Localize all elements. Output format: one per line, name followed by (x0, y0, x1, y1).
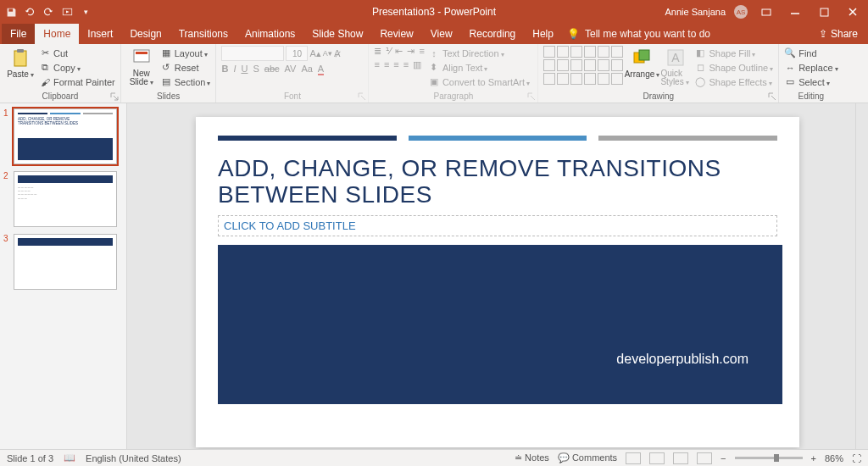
layout-button[interactable]: ▦Layout (160, 46, 211, 60)
columns-button[interactable]: ▥ (413, 59, 421, 70)
increase-indent-button[interactable]: ⇥ (407, 46, 415, 57)
tab-insert[interactable]: Insert (79, 24, 121, 44)
align-text-button[interactable]: ⬍Align Text (428, 60, 530, 75)
svg-rect-8 (136, 52, 147, 54)
clear-formatting-icon[interactable]: A̷ (334, 48, 341, 59)
subtitle-placeholder[interactable]: CLICK TO ADD SUBTITLE (218, 215, 777, 236)
numbering-button[interactable]: ⅟ (386, 46, 391, 57)
dialog-launcher-icon[interactable] (768, 92, 776, 101)
shadow-button[interactable]: S (253, 64, 259, 75)
ribbon-display-icon[interactable] (756, 3, 776, 20)
slide-thumbnail-2[interactable]: — — — — —— — — —— — — — — —— — — (14, 171, 117, 227)
format-painter-button[interactable]: 🖌Format Painter (39, 75, 115, 89)
fit-to-window-button[interactable]: ⛶ (852, 453, 861, 463)
group-clipboard: Paste ✂Cut ⧉Copy 🖌Format Painter Clipboa… (0, 44, 121, 103)
spellcheck-icon[interactable]: 📖 (64, 452, 75, 463)
decrease-font-icon[interactable]: A▾ (323, 49, 332, 58)
reading-view-button[interactable] (673, 452, 688, 464)
minimize-button[interactable] (785, 3, 805, 20)
font-name-input[interactable] (221, 46, 284, 61)
increase-font-icon[interactable]: A▴ (309, 48, 320, 59)
quick-styles-button[interactable]: A Quick Styles (660, 46, 691, 86)
quick-access-toolbar: ▾ (0, 6, 97, 18)
tab-recording[interactable]: Recording (461, 24, 525, 44)
tab-animations[interactable]: Animations (236, 24, 303, 44)
maximize-button[interactable] (814, 3, 834, 20)
reset-button[interactable]: ↺Reset (160, 60, 211, 75)
arrange-button[interactable]: Arrange (626, 46, 657, 79)
user-avatar[interactable]: AS (734, 5, 748, 19)
tell-me-search[interactable]: 💡 Tell me what you want to do (567, 28, 710, 40)
align-left-button[interactable]: ≡ (374, 59, 379, 70)
zoom-in-button[interactable]: + (811, 453, 816, 463)
slide-counter[interactable]: Slide 1 of 3 (7, 453, 53, 463)
slide-thumbnail-3[interactable] (14, 234, 117, 290)
justify-button[interactable]: ≡ (403, 59, 409, 70)
cut-button[interactable]: ✂Cut (39, 46, 115, 60)
tab-transitions[interactable]: Transitions (170, 24, 236, 44)
start-from-beginning-icon[interactable] (61, 6, 73, 18)
tab-view[interactable]: View (422, 24, 461, 44)
shape-outline-button[interactable]: ◻Shape Outline (694, 60, 773, 75)
text-direction-icon: ↕ (428, 47, 440, 59)
slide-thumbnail-1[interactable]: ADD, CHANGE, OR REMOVE TRANSITIONS BETWE… (14, 108, 117, 164)
underline-button[interactable]: U (241, 64, 248, 75)
bold-button[interactable]: B (221, 64, 228, 75)
character-spacing-button[interactable]: AV (285, 64, 297, 75)
redo-icon[interactable] (42, 6, 54, 18)
tab-slideshow[interactable]: Slide Show (303, 24, 371, 44)
slide-sorter-view-button[interactable] (649, 452, 665, 464)
strikethrough-button[interactable]: abc (264, 64, 280, 75)
align-right-button[interactable]: ≡ (393, 59, 398, 70)
copy-button[interactable]: ⧉Copy (39, 60, 115, 75)
svg-text:A: A (672, 51, 681, 64)
comments-button[interactable]: 💬 Comments (558, 452, 617, 463)
paste-button[interactable]: Paste (5, 46, 36, 79)
shape-effects-button[interactable]: ◯Shape Effects (694, 75, 773, 89)
italic-button[interactable]: I (233, 64, 236, 75)
close-button[interactable] (843, 3, 863, 20)
language-indicator[interactable]: English (United States) (86, 453, 181, 463)
change-case-button[interactable]: Aa (301, 64, 312, 75)
dialog-launcher-icon[interactable] (358, 92, 366, 101)
tab-review[interactable]: Review (371, 24, 421, 44)
font-color-button[interactable]: A (318, 64, 324, 75)
new-slide-button[interactable]: New Slide (126, 46, 157, 86)
normal-view-button[interactable] (626, 452, 641, 464)
notes-button[interactable]: ≐ Notes (515, 452, 549, 463)
decrease-indent-button[interactable]: ⇤ (395, 46, 403, 57)
tab-design[interactable]: Design (121, 24, 170, 44)
content-block[interactable]: developerpublish.com (218, 245, 782, 404)
zoom-level[interactable]: 86% (825, 453, 843, 463)
workspace: 1 ADD, CHANGE, OR REMOVE TRANSITIONS BET… (0, 103, 868, 449)
dialog-launcher-icon[interactable] (110, 92, 119, 101)
slideshow-view-button[interactable] (697, 452, 712, 464)
replace-button[interactable]: ↔Replace (784, 60, 837, 75)
select-button[interactable]: ▭Select (784, 75, 837, 89)
convert-smartart-button[interactable]: ▣Convert to SmartArt (428, 75, 530, 89)
user-name[interactable]: Annie Sanjana (665, 7, 726, 17)
text-direction-button[interactable]: ↕Text Direction (428, 46, 530, 60)
undo-icon[interactable] (24, 6, 36, 18)
zoom-slider[interactable] (735, 457, 803, 459)
save-icon[interactable] (5, 6, 17, 18)
find-button[interactable]: 🔍Find (784, 46, 837, 60)
line-spacing-button[interactable]: ≡ (419, 46, 424, 57)
tab-help[interactable]: Help (524, 24, 562, 44)
slide-title[interactable]: ADD, CHANGE, OR REMOVE TRANSITIONS BETWE… (218, 156, 777, 208)
align-center-button[interactable]: ≡ (384, 59, 389, 70)
thumb-number: 1 (3, 108, 10, 164)
qat-customize-icon[interactable]: ▾ (80, 6, 92, 18)
dialog-launcher-icon[interactable] (527, 92, 536, 101)
share-button[interactable]: ⇪ Share (809, 28, 868, 40)
font-size-input[interactable]: 10 (286, 46, 308, 61)
shapes-gallery[interactable] (543, 46, 623, 85)
section-button[interactable]: ▤Section (160, 75, 211, 89)
zoom-out-button[interactable]: − (721, 453, 726, 463)
tab-file[interactable]: File (2, 24, 35, 44)
bullets-button[interactable]: ≣ (374, 46, 381, 57)
shape-fill-button[interactable]: ◧Shape Fill (694, 46, 773, 60)
tab-home[interactable]: Home (35, 24, 79, 44)
select-icon: ▭ (784, 76, 796, 88)
slide-canvas[interactable]: ADD, CHANGE, OR REMOVE TRANSITIONS BETWE… (196, 117, 799, 447)
